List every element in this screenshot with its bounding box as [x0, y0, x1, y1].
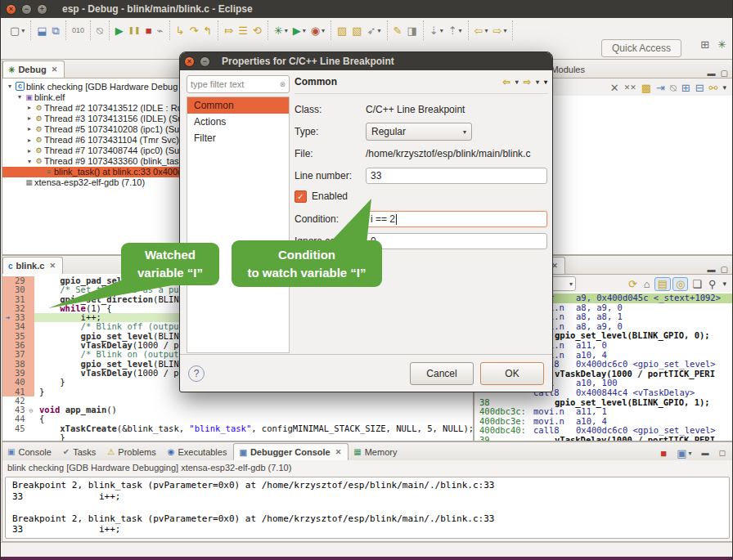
- chevron-down-icon[interactable]: ▾: [515, 78, 519, 86]
- clear-filter-icon[interactable]: ⊗: [279, 80, 286, 88]
- tree-expander-icon[interactable]: ▾: [6, 83, 14, 90]
- chevron-down-icon[interactable]: ▾: [378, 27, 381, 34]
- close-icon[interactable]: ✕: [49, 262, 56, 270]
- code-line[interactable]: 43 ⊖void app_main(): [2, 405, 473, 414]
- view-menu-icon[interactable]: ▾: [544, 78, 547, 86]
- save-button[interactable]: ⬓: [34, 24, 49, 38]
- tab-tasks[interactable]: ✔Tasks: [58, 443, 103, 460]
- chevron-down-icon[interactable]: ▾: [303, 27, 306, 34]
- chevron-down-icon[interactable]: ▾: [536, 78, 539, 86]
- maximize-icon[interactable]: ▢: [721, 265, 728, 274]
- breakpoint-icon[interactable]: ➜: [2, 313, 13, 322]
- maximize-icon[interactable]: ▢: [721, 69, 728, 78]
- code-line[interactable]: 45 xTaskCreate(&blink_task, "blink_task"…: [2, 424, 473, 433]
- new-wizard-button[interactable]: ▢▾: [7, 24, 27, 38]
- build-binary-button[interactable]: 010: [70, 24, 87, 38]
- tab-debugger-console[interactable]: ▣Debugger Console✕: [233, 443, 349, 460]
- sync-with-active-context-button[interactable]: ◎: [672, 277, 688, 291]
- ignore-count-input[interactable]: 0: [366, 233, 547, 249]
- remove-selected-breakpoints-button[interactable]: ✕: [608, 82, 622, 94]
- resume-button[interactable]: ▶: [113, 24, 126, 38]
- tree-expander-icon[interactable]: ▸: [25, 125, 34, 132]
- tab-problems[interactable]: ⚠Problems: [102, 443, 162, 460]
- expand-all-button[interactable]: ⊞: [679, 82, 693, 94]
- tree-expander-icon[interactable]: ▸: [25, 104, 34, 111]
- debug-button[interactable]: ✳▾: [272, 24, 290, 38]
- forward-icon[interactable]: ⇨: [524, 77, 531, 87]
- save-all-button[interactable]: ⧉: [50, 24, 62, 38]
- chevron-down-icon[interactable]: ▾: [688, 450, 691, 457]
- skip-all-breakpoints-view-button[interactable]: ⍉: [668, 82, 679, 94]
- show-source-button[interactable]: ▤: [654, 277, 671, 291]
- quick-access-button[interactable]: Quick Access: [601, 39, 681, 57]
- link-with-debug-view-button[interactable]: ⚯: [707, 82, 721, 94]
- run-button[interactable]: ▶▾: [290, 24, 308, 38]
- tree-expander-icon[interactable]: ▸: [25, 147, 34, 155]
- console-output[interactable]: Breakpoint 2, blink_task (pvParameter=0x…: [5, 477, 730, 539]
- tree-expander-icon[interactable]: ▸: [25, 137, 34, 144]
- chevron-down-icon[interactable]: ▾: [459, 27, 462, 34]
- step-return-button[interactable]: ↰: [200, 24, 214, 38]
- ok-button[interactable]: OK: [480, 362, 544, 385]
- open-perspective-button[interactable]: ⊞: [698, 38, 712, 52]
- step-into-button[interactable]: ↳: [173, 24, 187, 38]
- window-close-icon[interactable]: ×: [6, 4, 16, 15]
- suspend-button[interactable]: ❚❚: [126, 24, 143, 38]
- tab-blink-c[interactable]: c blink.c ✕: [2, 257, 63, 274]
- disasm-view-menu-button[interactable]: ▾: [720, 278, 729, 290]
- toggle-mark-occurrences-button[interactable]: ✎: [391, 24, 405, 38]
- display-selected-console-button[interactable]: ▣▾: [674, 446, 694, 460]
- instruction-stepping-button[interactable]: ⤇: [222, 24, 236, 38]
- external-tools-button[interactable]: ◉▾: [308, 24, 327, 38]
- forward-button[interactable]: ⇨▾: [491, 24, 510, 38]
- dialog-close-icon[interactable]: ×: [184, 56, 195, 67]
- terminate-button[interactable]: ■: [143, 24, 155, 38]
- open-folder-button[interactable]: ▨: [335, 24, 349, 38]
- window-minimize-icon[interactable]: −: [21, 4, 32, 15]
- chevron-down-icon[interactable]: ▾: [21, 27, 25, 34]
- close-icon[interactable]: ✕: [335, 448, 342, 456]
- chevron-down-icon[interactable]: ▾: [440, 27, 443, 34]
- pin-editor-button[interactable]: ◨: [404, 24, 419, 38]
- disconnect-button[interactable]: ⌁: [155, 24, 166, 38]
- chevron-down-icon[interactable]: ▾: [484, 27, 488, 34]
- previous-annotation-button[interactable]: ⇡▾: [446, 24, 465, 38]
- tab-executables[interactable]: ◉Executables: [163, 443, 234, 460]
- show-breakpoints-for-selection-button[interactable]: ▩: [639, 82, 654, 94]
- collapse-all-button[interactable]: ⊟: [693, 82, 707, 94]
- tree-expander-icon[interactable]: ▾: [16, 93, 24, 101]
- window-maximize-icon[interactable]: +: [37, 4, 47, 15]
- dialog-nav-actions[interactable]: Actions: [187, 114, 289, 130]
- open-resource-button[interactable]: ▧: [349, 24, 364, 38]
- skip-all-breakpoints-button[interactable]: ⍉: [94, 24, 106, 38]
- terminate-console-button[interactable]: ■: [658, 446, 669, 460]
- next-annotation-button[interactable]: ⇣▾: [427, 24, 446, 38]
- back-icon[interactable]: ⇦: [503, 77, 510, 87]
- tab-debug[interactable]: ✳ Debug ✕: [2, 60, 65, 78]
- tab-memory[interactable]: ▦Memory: [349, 443, 403, 460]
- chevron-down-icon[interactable]: ▾: [569, 280, 573, 288]
- open-new-view-button[interactable]: ❏: [690, 278, 704, 290]
- dialog-nav-common[interactable]: Common: [187, 97, 289, 114]
- maximize-console-button[interactable]: ▢: [716, 446, 728, 460]
- minimize-icon[interactable]: ▬: [708, 69, 716, 78]
- line-number-input[interactable]: 33: [366, 168, 547, 184]
- home-button[interactable]: ⌂: [641, 278, 653, 290]
- show-logical-structure-button[interactable]: ☰: [236, 24, 250, 38]
- dialog-nav-filter[interactable]: Filter: [187, 130, 289, 146]
- filter-input[interactable]: type filter text ⊗: [187, 75, 290, 93]
- debug-perspective-button[interactable]: ✳: [715, 38, 729, 52]
- refresh-button[interactable]: ⟳: [626, 278, 640, 290]
- chevron-down-icon[interactable]: ▾: [322, 27, 325, 34]
- type-dropdown[interactable]: Regular ▾: [366, 123, 472, 141]
- tab-console[interactable]: ▣Console: [2, 443, 58, 460]
- pin-button[interactable]: ⚲: [706, 278, 719, 290]
- close-icon[interactable]: ✕: [52, 65, 58, 74]
- minimize-icon[interactable]: ▬: [708, 265, 716, 274]
- cancel-button[interactable]: Cancel: [410, 362, 474, 385]
- tree-expander-icon[interactable]: ▾: [25, 158, 34, 165]
- step-over-button[interactable]: ↷: [187, 24, 200, 38]
- drop-to-frame-button[interactable]: ⟲: [250, 24, 264, 38]
- minimize-console-button[interactable]: ▬: [699, 446, 711, 460]
- dialog-minimize-icon[interactable]: −: [200, 56, 210, 67]
